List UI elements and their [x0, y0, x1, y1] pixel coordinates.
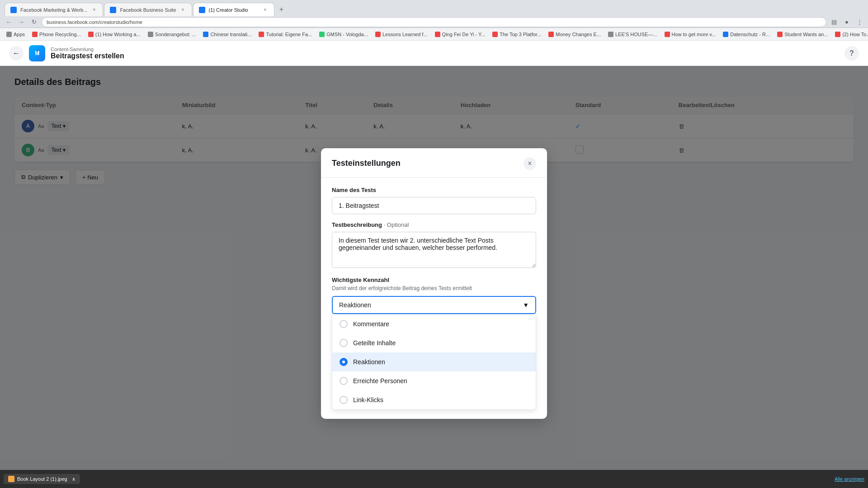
bookmark-more-views-label: How to get more v... [672, 32, 716, 37]
name-input[interactable] [332, 197, 536, 214]
bookmark-apps[interactable]: Apps [4, 31, 28, 38]
radio-link-klicks [340, 396, 348, 404]
tab-facebook-marketing[interactable]: Facebook Marketing & Werb... × [5, 3, 103, 16]
dropdown-arrow-icon: ▼ [523, 301, 529, 309]
taskbar-file-icon [8, 476, 14, 482]
tab-close-3[interactable]: × [262, 7, 269, 13]
tab-title-3: (1) Creator Studio [209, 7, 248, 13]
modal-body: Name des Tests Testbeschreibung · Option… [321, 178, 547, 419]
test-settings-modal: Testeinstellungen × Name des Tests Testb… [321, 148, 547, 419]
bookmark-gmsn[interactable]: GMSN - Vologda... [316, 31, 371, 38]
bookmark-lessons[interactable]: Lessons Learned f... [373, 31, 430, 38]
bookmark-sonder[interactable]: Sonderangebot: ... [145, 31, 199, 38]
bookmark-datenschutz-favicon [723, 32, 728, 37]
nav-title: Content-Sammlung Beitragstest erstellen [51, 47, 124, 60]
bookmark-more-views[interactable]: How to get more v... [662, 31, 719, 38]
modal-overlay: Testeinstellungen × Name des Tests Testb… [0, 66, 868, 488]
tab-close-1[interactable]: × [91, 7, 97, 13]
option-erreichte[interactable]: Erreichte Personen [332, 371, 536, 390]
option-link-klicks[interactable]: Link-Klicks [332, 390, 536, 409]
menu-button[interactable]: ⋮ [854, 17, 864, 27]
bookmark-phone-label: Phone Recycling... [39, 32, 81, 37]
bookmark-more-views-favicon [665, 32, 670, 37]
metric-label: Wichtigste Kennzahl [332, 277, 536, 283]
tab-title-2: Facebook Business Suite [120, 7, 176, 13]
bookmark-chinese[interactable]: Chinese translati... [200, 31, 254, 38]
top-nav: ← M f Content-Sammlung Beitragstest erst… [0, 41, 868, 66]
taskbar-expand-icon[interactable]: ∧ [72, 476, 75, 482]
bookmark-sonder-label: Sonderangebot: ... [155, 32, 196, 37]
bookmark-lee[interactable]: LEE'S HOUSE—... [605, 31, 660, 38]
bookmark-tutorial-favicon [259, 32, 264, 37]
taskbar: Book Layout 2 (1).jpeg ∧ Alle anzeigen [0, 470, 868, 488]
back-button[interactable]: ← [9, 46, 24, 61]
description-textarea[interactable]: In diesem Test testen wir 2. unterschied… [332, 232, 536, 268]
bookmark-tutorial-label: Tutorial: Eigene Fa... [266, 32, 312, 37]
new-tab-button[interactable]: + [275, 3, 288, 16]
bookmark-gmsn-favicon [319, 32, 325, 37]
bookmark-phone-favicon [32, 32, 38, 37]
radio-reaktionen [340, 358, 348, 366]
option-geteilte[interactable]: Geteilte Inhalte [332, 333, 536, 352]
dropdown-options-list: Kommentare Geteilte Inhalte Reaktionen [332, 314, 536, 410]
browser-chrome: Facebook Marketing & Werb... × Facebook … [0, 0, 868, 28]
bookmark-phone[interactable]: Phone Recycling... [29, 31, 84, 38]
selected-metric-text: Reaktionen [339, 301, 371, 309]
metric-dropdown[interactable]: Reaktionen ▼ [332, 296, 536, 314]
tab-bar: Facebook Marketing & Werb... × Facebook … [0, 0, 868, 16]
page-nav-title: Beitragstest erstellen [51, 52, 124, 60]
back-arrow-icon: ← [13, 49, 20, 57]
bookmark-student-label: Student Wants an... [784, 32, 828, 37]
bookmark-how-to-add[interactable]: (2) How To Add A... [832, 31, 868, 38]
bookmark-top3[interactable]: The Top 3 Platfor... [490, 31, 544, 38]
taskbar-download-item[interactable]: Book Layout 2 (1).jpeg ∧ [4, 474, 80, 484]
show-all-button[interactable]: Alle anzeigen [835, 476, 864, 482]
description-label: Testbeschreibung · Optional [332, 221, 536, 228]
content-collection-label: Content-Sammlung [51, 47, 124, 52]
brand-logo: M f [29, 45, 45, 61]
bookmarks-bar: Apps Phone Recycling... (1) How Working … [0, 28, 868, 41]
bookmark-qing[interactable]: Qing Fei De Yi - Y... [432, 31, 488, 38]
reload-button[interactable]: ↻ [29, 17, 39, 27]
bookmark-apps-favicon [6, 32, 12, 37]
tab-creator-studio[interactable]: (1) Creator Studio × [193, 3, 274, 16]
bookmark-tutorial[interactable]: Tutorial: Eigene Fa... [256, 31, 315, 38]
close-icon: × [528, 160, 532, 168]
option-kommentare[interactable]: Kommentare [332, 314, 536, 333]
bookmark-lee-label: LEE'S HOUSE—... [615, 32, 657, 37]
bookmark-money[interactable]: Money Changes E... [546, 31, 604, 38]
radio-geteilte [340, 339, 348, 347]
modal-close-button[interactable]: × [524, 157, 536, 170]
help-icon: ? [849, 49, 854, 57]
back-nav-button[interactable]: ← [4, 17, 14, 27]
help-button[interactable]: ? [844, 46, 859, 61]
extensions-button[interactable]: ▤ [829, 17, 839, 27]
tab-close-2[interactable]: × [180, 7, 186, 13]
bookmark-lessons-favicon [375, 32, 381, 37]
tab-title-1: Facebook Marketing & Werb... [20, 7, 87, 13]
main-content: Details des Beitrags Content-Typ Miniatu… [0, 66, 868, 488]
bookmark-student-favicon [777, 32, 783, 37]
name-label: Name des Tests [332, 187, 536, 193]
bookmark-lee-favicon [608, 32, 613, 37]
address-bar: ← → ↻ business.facebook.com/creatorstudi… [0, 16, 868, 28]
bookmark-student[interactable]: Student Wants an... [774, 31, 830, 38]
option-reaktionen[interactable]: Reaktionen [332, 352, 536, 371]
tab-business-suite[interactable]: Facebook Business Suite × [104, 3, 192, 16]
tab-favicon-1 [10, 7, 17, 13]
url-bar[interactable]: business.facebook.com/creatorstudio/home [42, 17, 826, 27]
url-text: business.facebook.com/creatorstudio/home [47, 19, 142, 25]
option-link-klicks-label: Link-Klicks [353, 396, 383, 404]
bookmark-money-favicon [548, 32, 554, 37]
bookmark-working-favicon [88, 32, 94, 37]
metric-sublabel: Damit wird der erfolgreichste Beitrag de… [332, 285, 536, 291]
profile-button[interactable]: ● [842, 17, 852, 27]
bookmark-datenschutz[interactable]: Datenschutz - R... [720, 31, 773, 38]
app-layout: ← M f Content-Sammlung Beitragstest erst… [0, 41, 868, 488]
forward-nav-button[interactable]: → [16, 17, 26, 27]
option-kommentare-label: Kommentare [353, 320, 389, 328]
option-erreichte-label: Erreichte Personen [353, 377, 407, 385]
radio-erreichte [340, 377, 348, 385]
bookmark-datenschutz-label: Datenschutz - R... [730, 32, 770, 37]
bookmark-working[interactable]: (1) How Working a... [85, 31, 143, 38]
